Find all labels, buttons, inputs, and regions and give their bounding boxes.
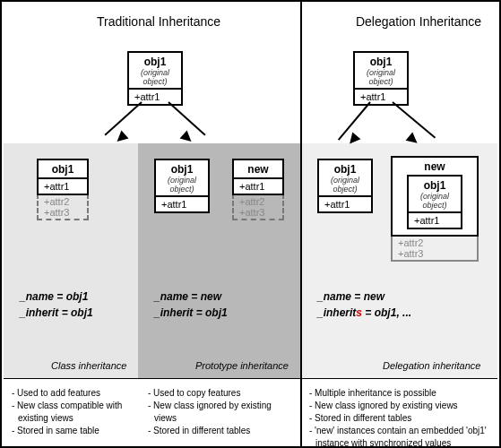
attr2: +attr2 xyxy=(44,196,82,207)
inherit-line: _inherit = obj1 xyxy=(20,305,93,321)
obj-orig: (original object) xyxy=(360,68,402,86)
obj-name: obj1 xyxy=(44,163,82,176)
obj-name: obj1 xyxy=(161,163,203,176)
divider-vertical xyxy=(300,2,302,446)
cat-class: Class inheritance xyxy=(51,360,126,371)
note-item: New class ignored by existing views xyxy=(310,400,498,412)
obj-attr1: +attr1 xyxy=(39,177,87,194)
note-item: New class ignored by existing views xyxy=(149,400,292,425)
notes-deleg: Multiple inheritance is possibleNew clas… xyxy=(310,387,498,448)
attr2: +attr2 xyxy=(398,237,471,248)
proto-new-wrap: new +attr1 +attr2 +attr3 xyxy=(232,159,284,220)
divider-notes xyxy=(4,378,497,379)
obj-orig: (original object) xyxy=(134,68,176,86)
inherit-line: _inherits = obj1, ... xyxy=(317,305,411,321)
class-spec: _name = obj1 _inherit = obj1 xyxy=(20,289,93,321)
name-line: _name = new xyxy=(317,289,411,305)
obj-name: new xyxy=(239,163,277,176)
attr3: +attr3 xyxy=(239,207,277,218)
obj-attr1: +attr1 xyxy=(234,177,282,194)
cat-proto: Prototype inheritance xyxy=(195,360,289,371)
obj-orig: (original object) xyxy=(161,176,203,194)
attr3: +attr3 xyxy=(398,248,471,259)
notes-class: Used to add featuresNew class compatible… xyxy=(13,387,136,437)
inheritance-diagram: Traditional Inheritance Delegation Inher… xyxy=(0,0,501,448)
note-item: Used to add features xyxy=(13,387,136,400)
deleg-new-wrap: new obj1(original object) +attr1 +attr2 … xyxy=(391,156,479,262)
obj-attr1: +attr1 xyxy=(409,211,461,228)
obj-top-left: obj1(original object) +attr1 xyxy=(127,51,183,106)
obj-name: obj1 xyxy=(134,56,176,68)
proto-obj1: obj1(original object) +attr1 xyxy=(154,159,210,213)
obj-attr1: +attr1 xyxy=(129,88,181,104)
note-item: New class compatible with existing views xyxy=(13,400,136,425)
cat-deleg: Delegation inheritance xyxy=(383,360,480,371)
obj-attr1: +attr1 xyxy=(156,195,208,211)
obj-orig: (original object) xyxy=(414,192,455,210)
proto-spec: _name = new _inherit = obj1 xyxy=(154,289,228,321)
note-item: Stored in different tables xyxy=(310,412,498,425)
attr3: +attr3 xyxy=(44,207,82,218)
name-line: _name = new xyxy=(154,289,228,305)
notes-proto: Used to copy featuresNew class ignored b… xyxy=(149,387,292,437)
note-item: 'new' instances contain an embedded 'obj… xyxy=(310,425,498,448)
ghost-attrs: +attr2 +attr3 xyxy=(37,194,89,220)
deleg-obj1: obj1(original object) +attr1 xyxy=(317,159,373,213)
attr2: +attr2 xyxy=(239,196,277,207)
inherit-line: _inherit = obj1 xyxy=(154,305,228,321)
obj-name: obj1 xyxy=(324,163,366,176)
note-item: Used to copy features xyxy=(149,387,292,400)
name-line: _name = obj1 xyxy=(20,289,93,305)
obj-orig: (original object) xyxy=(324,176,366,194)
ghost-attrs: +attr2 +attr3 xyxy=(232,194,284,220)
obj-name: obj1 xyxy=(360,56,402,68)
note-item: Multiple inheritance is possible xyxy=(310,387,498,400)
obj-attr1: +attr1 xyxy=(319,195,371,211)
class-result-wrap: obj1 +attr1 +attr2 +attr3 xyxy=(37,159,89,220)
note-item: Stored in same table xyxy=(13,425,136,437)
note-item: Stored in different tables xyxy=(149,425,292,437)
ghost-attrs: +attr2 +attr3 xyxy=(391,235,479,262)
title-traditional: Traditional Inheritance xyxy=(78,14,239,29)
obj-top-right: obj1(original object) +attr1 xyxy=(353,51,409,106)
obj-name: obj1 xyxy=(414,179,455,192)
arrow-line xyxy=(104,101,142,135)
title-delegation: Delegation Inheritance xyxy=(342,14,495,29)
obj-attr1: +attr1 xyxy=(355,88,407,104)
obj-name: new xyxy=(396,160,473,175)
deleg-spec: _name = new _inherits = obj1, ... xyxy=(317,289,411,321)
